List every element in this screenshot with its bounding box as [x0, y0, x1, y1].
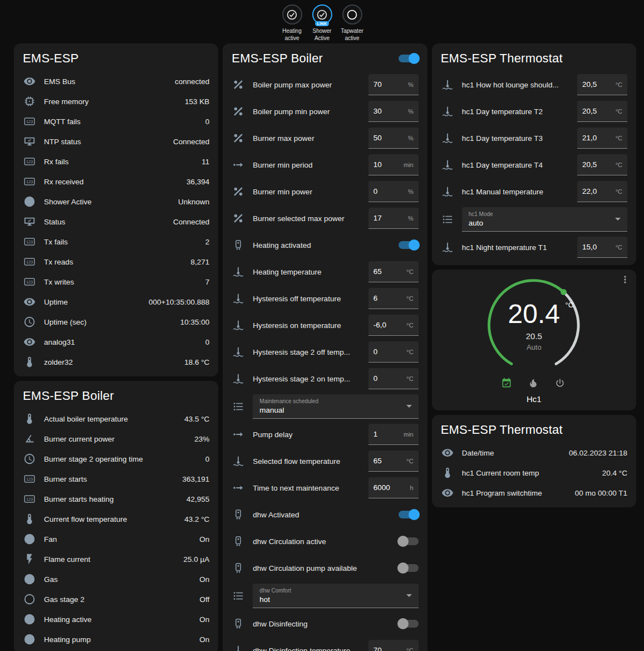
- number-value: 0: [373, 347, 378, 356]
- entity-row[interactable]: 123Rx received36,394: [14, 172, 218, 192]
- number-input[interactable]: 1min: [368, 424, 419, 445]
- entity-value: 23%: [194, 435, 209, 443]
- number-input[interactable]: -6,0°C: [368, 315, 419, 336]
- status-badge[interactable]: LINKShower Active: [308, 4, 336, 42]
- entity-row[interactable]: Date/time06.02.2023 21:18: [432, 443, 636, 463]
- entity-row[interactable]: Current flow temperature43.2 °C: [14, 509, 218, 529]
- entity-name: dhw Disinfection temperature: [253, 647, 360, 651]
- status-badge[interactable]: Heating active: [278, 4, 306, 42]
- number-unit: °C: [613, 81, 622, 88]
- toggle-switch[interactable]: [399, 564, 419, 572]
- entity-row[interactable]: 123Rx fails11: [14, 151, 218, 172]
- entity-name: Heating pump: [44, 635, 191, 644]
- dots-vertical-icon[interactable]: [620, 274, 633, 287]
- entity-row[interactable]: Uptime (sec)10:35:00: [14, 312, 218, 332]
- number-input[interactable]: 65°C: [368, 261, 419, 282]
- badge-label: Tapwater active: [338, 28, 366, 42]
- number-input[interactable]: 6000h: [368, 477, 419, 498]
- number-input[interactable]: 50%: [368, 128, 419, 149]
- number-input[interactable]: 70%: [368, 74, 419, 95]
- entity-row[interactable]: Heating activeOn: [14, 609, 218, 629]
- entity-row[interactable]: Flame current25.0 µA: [14, 549, 218, 569]
- number-input[interactable]: 15,0°C: [577, 237, 627, 258]
- boiler-icon: [232, 561, 245, 575]
- thermostat-dial[interactable]: 20.4 °C 20.5 Auto: [485, 276, 583, 374]
- entity-value: 8,271: [191, 258, 210, 266]
- number-input[interactable]: 0%: [368, 181, 419, 202]
- entity-row: Heating temperature65°C: [223, 258, 427, 285]
- number-input[interactable]: 6°C: [368, 288, 419, 309]
- fire-icon[interactable]: [528, 378, 540, 390]
- power-icon[interactable]: [554, 378, 567, 390]
- number-input[interactable]: 0°C: [368, 341, 419, 363]
- entity-row[interactable]: 123MQTT fails0: [14, 111, 218, 131]
- entity-row[interactable]: Actual boiler temperature43.5 °C: [14, 409, 218, 429]
- entity-row: hc1 Modeauto: [432, 205, 636, 234]
- entity-name: dhw Disinfecting: [253, 620, 390, 628]
- number-input[interactable]: 17%: [368, 208, 419, 229]
- number-unit: min: [401, 161, 414, 168]
- thermometer-icon: [441, 466, 454, 479]
- entity-row[interactable]: zolder3218.6 °C: [14, 352, 218, 372]
- entity-row[interactable]: 123Tx reads8,271: [14, 252, 218, 272]
- number-input[interactable]: 65°C: [368, 451, 419, 472]
- number-input[interactable]: 20,5°C: [577, 101, 627, 122]
- entity-row[interactable]: 123Tx writes7: [14, 272, 218, 292]
- status-badge[interactable]: Tapwater active: [338, 4, 366, 42]
- status-card: EMS-ESP EMS BusconnectedFree memory153 K…: [14, 43, 218, 376]
- entity-row[interactable]: 123Burner starts heating42,955: [14, 489, 218, 509]
- entity-value: 36,394: [186, 178, 209, 186]
- number-input[interactable]: 20,5°C: [577, 74, 627, 95]
- number-input[interactable]: 30%: [368, 101, 419, 122]
- entity-row[interactable]: hc1 Program switchtime00 mo 00:00 T1: [432, 483, 636, 503]
- toggle-switch[interactable]: [399, 241, 419, 249]
- entity-row[interactable]: analog310: [14, 332, 218, 352]
- number-input[interactable]: 21,0°C: [577, 128, 627, 149]
- entity-row[interactable]: GasOn: [14, 569, 218, 589]
- select-field[interactable]: dhw Comforthot: [253, 584, 418, 608]
- entity-name: Burner starts heating: [44, 495, 179, 503]
- entity-row[interactable]: Shower ActiveUnknown: [14, 192, 218, 212]
- number-input[interactable]: 10min: [368, 154, 419, 175]
- entity-name: dhw Circulation active: [253, 537, 390, 546]
- entity-row[interactable]: Uptime000+10:35:00.888: [14, 292, 218, 312]
- number-input[interactable]: 0°C: [368, 368, 419, 389]
- entity-name: Rx fails: [44, 158, 194, 166]
- boiler-icon: [232, 617, 245, 630]
- number-value: 6: [373, 294, 378, 302]
- coolant-icon: [441, 78, 454, 91]
- select-field[interactable]: Maintenance scheduledmanual: [253, 394, 418, 419]
- list-icon: [232, 400, 245, 413]
- card-header-toggle[interactable]: [399, 55, 419, 62]
- number-input[interactable]: 70°C: [368, 640, 419, 651]
- entity-row[interactable]: Heating pumpOn: [14, 629, 218, 649]
- entity-row[interactable]: Burner current power23%: [14, 429, 218, 449]
- entity-row: dhw Disinfecting: [223, 610, 427, 637]
- clock-icon: [23, 452, 36, 466]
- number-input[interactable]: 22,0°C: [577, 181, 627, 202]
- toggle-switch[interactable]: [399, 537, 419, 545]
- entity-row[interactable]: NTP statusConnected: [14, 131, 218, 151]
- card-title: EMS-ESP Thermostat: [441, 51, 563, 66]
- entity-value: 7: [205, 278, 210, 286]
- select-field[interactable]: hc1 Modeauto: [462, 207, 627, 232]
- toggle-switch[interactable]: [399, 620, 419, 628]
- entity-row[interactable]: Burner stage 2 operating time0: [14, 449, 218, 469]
- entity-name: hc1 Program switchtime: [462, 489, 567, 497]
- number-input[interactable]: 20,5°C: [577, 154, 627, 175]
- toggle-switch[interactable]: [399, 511, 419, 518]
- entity-name: Tx fails: [44, 238, 198, 246]
- entity-row[interactable]: StatusConnected: [14, 212, 218, 232]
- entity-row[interactable]: Free memory153 KB: [14, 91, 218, 111]
- entity-row[interactable]: Gas stage 2Off: [14, 589, 218, 609]
- entity-row[interactable]: EMS Busconnected: [14, 71, 218, 91]
- thermometer-icon: [23, 512, 36, 526]
- entity-row[interactable]: 123Burner starts363,191: [14, 469, 218, 489]
- entity-row[interactable]: 123Tx fails2: [14, 232, 218, 252]
- entity-row[interactable]: FanOn: [14, 529, 218, 549]
- entity-row[interactable]: hc1 Current room temp20.4 °C: [432, 463, 636, 483]
- calendar-check-icon[interactable]: [501, 378, 513, 390]
- thermostat-mode-buttons: [501, 378, 567, 390]
- eye-icon: [23, 335, 36, 349]
- eye-icon: [441, 486, 454, 500]
